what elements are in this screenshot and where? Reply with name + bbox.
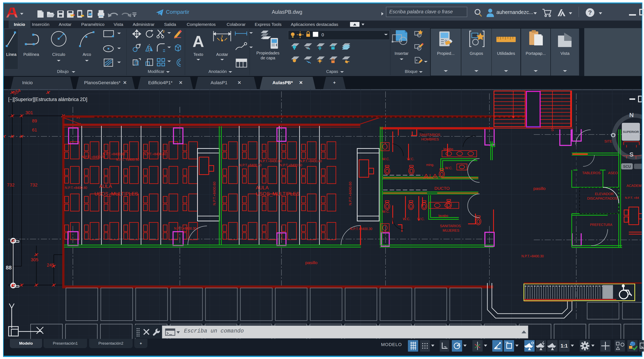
svg-text:de capa: de capa bbox=[260, 56, 275, 60]
svg-text:Texto: Texto bbox=[194, 52, 203, 57]
svg-text:AULA: AULA bbox=[256, 185, 269, 190]
svg-text:W.C.: W.C. bbox=[382, 157, 390, 161]
svg-text:N.P.T.+8400.40: N.P.T.+8400.40 bbox=[300, 159, 322, 163]
svg-text:A: A bbox=[192, 33, 204, 51]
svg-text:N.P.T. +8400.70: N.P.T. +8400.70 bbox=[82, 155, 105, 159]
svg-text:N.P.T.+8400.80: N.P.T.+8400.80 bbox=[260, 159, 282, 163]
svg-text:N.P.T.+8400.70: N.P.T.+8400.70 bbox=[239, 163, 262, 167]
svg-text:ming.: ming. bbox=[426, 163, 434, 167]
svg-text:N.P.T.+8400.30: N.P.T.+8400.30 bbox=[174, 227, 196, 230]
svg-text:SANITARIOS: SANITARIOS bbox=[420, 133, 440, 137]
svg-text:Acotar: Acotar bbox=[216, 52, 228, 57]
svg-text:Dibujo: Dibujo bbox=[57, 69, 69, 74]
svg-text:Arco: Arco bbox=[82, 52, 91, 57]
svg-text:PREFECTURA: PREFECTURA bbox=[590, 223, 612, 226]
svg-text:Polilínea: Polilínea bbox=[24, 52, 40, 57]
svg-text:pasillo: pasillo bbox=[305, 260, 318, 265]
svg-text:ASEO: ASEO bbox=[608, 171, 618, 175]
svg-text:W.C.: W.C. bbox=[382, 210, 390, 214]
svg-text:N.P.T. +84: N.P.T. +84 bbox=[625, 196, 639, 199]
svg-text:HOMBRES: HOMBRES bbox=[421, 137, 439, 141]
svg-text:DUCTO: DUCTO bbox=[434, 186, 450, 191]
svg-text:W.C.: W.C. bbox=[403, 217, 410, 221]
svg-text:N.P.T.+8400.50: N.P.T.+8400.50 bbox=[280, 163, 302, 167]
svg-text:?: ? bbox=[588, 9, 592, 16]
svg-text:Utilidades: Utilidades bbox=[497, 51, 515, 56]
svg-text:lavabo: lavabo bbox=[438, 214, 448, 217]
svg-text:DISCAPACITADOS: DISCAPACITADOS bbox=[587, 197, 618, 200]
svg-text:N.P.T.+8400.60: N.P.T.+8400.60 bbox=[212, 182, 216, 205]
svg-text:Portapap...: Portapap... bbox=[526, 51, 546, 56]
svg-text:Línea: Línea bbox=[6, 52, 17, 57]
svg-text:Anotación: Anotación bbox=[208, 69, 227, 74]
svg-text:pasillo: pasillo bbox=[533, 186, 546, 191]
svg-text:ACADEMIA: ACADEMIA bbox=[626, 184, 642, 188]
svg-text:USOS_MULTIPLES: USOS_MULTIPLES bbox=[256, 191, 300, 197]
svg-text:Insertar: Insertar bbox=[394, 51, 408, 56]
svg-text:AULA: AULA bbox=[99, 183, 112, 189]
svg-text:N.P.T.+8400.60: N.P.T.+8400.60 bbox=[103, 152, 125, 156]
svg-text:Modificar: Modificar bbox=[148, 69, 164, 74]
svg-text:Bloque: Bloque bbox=[405, 69, 418, 74]
svg-text:N.P.T.+8400.60: N.P.T.+8400.60 bbox=[348, 182, 352, 205]
svg-text:ELEVADOR: ELEVADOR bbox=[595, 192, 614, 196]
svg-text:Capas: Capas bbox=[326, 69, 338, 74]
svg-text:USOS_MULTIPLES: USOS_MULTIPLES bbox=[94, 191, 138, 197]
svg-text:SITE: SITE bbox=[604, 139, 612, 143]
svg-text:TABLEROS: TABLEROS bbox=[582, 171, 600, 175]
svg-text:lavabo: lavabo bbox=[444, 147, 453, 151]
svg-text:Grupos: Grupos bbox=[470, 51, 483, 56]
svg-text:N.P.T. +8400.50: N.P.T. +8400.50 bbox=[116, 158, 139, 161]
svg-text:N.P.T.+8400.40: N.P.T.+8400.40 bbox=[144, 152, 166, 156]
svg-text:0: 0 bbox=[322, 32, 324, 37]
svg-text:Vista: Vista bbox=[560, 51, 570, 56]
svg-text:W.C.: W.C. bbox=[407, 157, 414, 161]
svg-text:Propiedades: Propiedades bbox=[256, 51, 280, 55]
svg-text:Propied...: Propied... bbox=[437, 51, 455, 56]
svg-text:SANITARIOS: SANITARIOS bbox=[440, 224, 461, 228]
svg-text:N.P.T.+8400.30: N.P.T.+8400.30 bbox=[522, 254, 544, 258]
svg-text:N.P.T.+8400.30: N.P.T.+8400.30 bbox=[350, 227, 372, 231]
svg-text:W.C.: W.C. bbox=[417, 217, 425, 221]
svg-text:N.P.T.+8400.80: N.P.T.+8400.80 bbox=[65, 186, 87, 190]
svg-text:W.C.: W.C. bbox=[445, 166, 453, 170]
svg-text:Círculo: Círculo bbox=[52, 52, 65, 57]
svg-text:MUJERES: MUJERES bbox=[442, 229, 459, 232]
